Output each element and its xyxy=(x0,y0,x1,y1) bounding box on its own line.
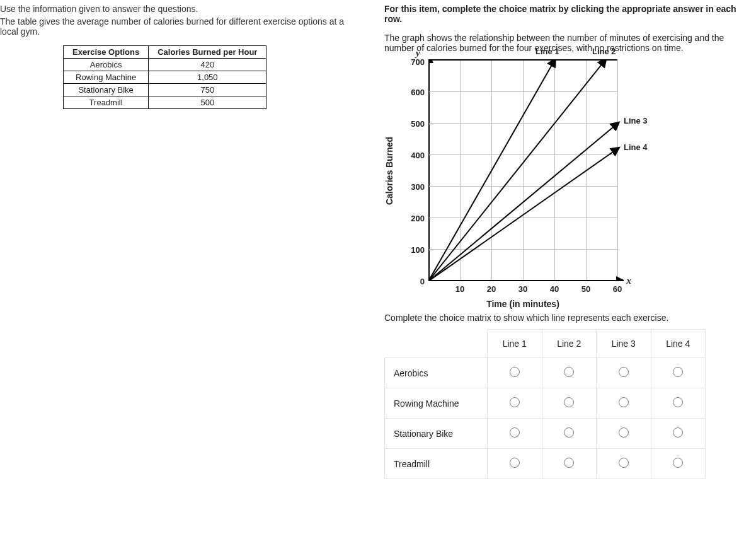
xtick: 20 xyxy=(487,284,496,294)
matrix-row-label: Stationary Bike xyxy=(385,419,488,449)
cell: 750 xyxy=(149,84,266,96)
radio-bike-line1[interactable] xyxy=(510,427,520,438)
y-axis-label: Calories Burned xyxy=(384,137,394,205)
matrix-header: Line 1 xyxy=(488,330,542,358)
instruction-text: For this item, complete the choice matri… xyxy=(384,4,756,24)
radio-aerobics-line4[interactable] xyxy=(673,367,683,377)
cell: 1,050 xyxy=(149,71,266,84)
line4-label: Line 4 xyxy=(624,142,648,152)
matrix-row-aerobics: Aerobics xyxy=(385,358,706,388)
svg-line-2 xyxy=(428,124,617,281)
radio-bike-line4[interactable] xyxy=(673,427,683,438)
svg-line-3 xyxy=(428,149,617,281)
radio-treadmill-line1[interactable] xyxy=(510,458,520,468)
ytick: 500 xyxy=(406,119,425,129)
sub-text: The table gives the average number of ca… xyxy=(0,16,359,37)
ytick: 200 xyxy=(406,214,425,223)
cell: Stationary Bike xyxy=(64,84,149,96)
matrix-row-rowing: Rowing Machine xyxy=(385,388,706,419)
radio-treadmill-line3[interactable] xyxy=(619,458,629,468)
ytick: 0 xyxy=(406,277,425,286)
right-column: For this item, complete the choice matri… xyxy=(384,4,756,479)
cell: 500 xyxy=(149,96,266,109)
cell: Aerobics xyxy=(64,59,149,71)
xtick: 30 xyxy=(518,284,527,294)
ytick: 100 xyxy=(406,245,425,255)
matrix-intro-text: Complete the choice matrix to show which… xyxy=(384,313,756,323)
ytick: 700 xyxy=(406,57,425,67)
matrix-row-label: Aerobics xyxy=(385,358,488,388)
intro-text: Use the information given to answer the … xyxy=(0,4,359,14)
cell: Rowing Machine xyxy=(64,71,149,84)
choice-matrix: Line 1 Line 2 Line 3 Line 4 Aerobics Row… xyxy=(384,329,706,479)
xtick: 40 xyxy=(550,284,559,294)
radio-bike-line3[interactable] xyxy=(619,427,629,438)
radio-aerobics-line3[interactable] xyxy=(619,367,629,377)
radio-rowing-line1[interactable] xyxy=(510,397,520,407)
radio-aerobics-line1[interactable] xyxy=(510,367,520,377)
line1-label: Line 1 xyxy=(536,47,559,56)
radio-aerobics-line2[interactable] xyxy=(564,367,574,377)
matrix-header: Line 2 xyxy=(542,330,597,358)
matrix-row-label: Rowing Machine xyxy=(385,388,488,419)
cell: 420 xyxy=(149,59,266,71)
th-calories: Calories Burned per Hour xyxy=(149,46,266,59)
left-column: Use the information given to answer the … xyxy=(0,4,359,479)
cell: Treadmill xyxy=(64,96,149,109)
x-axis-label: Time (in minutes) xyxy=(486,299,559,309)
matrix-header-blank xyxy=(385,330,488,358)
radio-bike-line2[interactable] xyxy=(564,427,574,438)
radio-rowing-line3[interactable] xyxy=(619,397,629,407)
line2-label: Line 2 xyxy=(592,47,616,56)
table-row: Stationary Bike 750 xyxy=(64,84,266,96)
matrix-row-bike: Stationary Bike xyxy=(385,419,706,449)
x-letter: x xyxy=(627,276,632,286)
line3-label: Line 3 xyxy=(624,116,648,125)
svg-line-1 xyxy=(428,61,605,281)
svg-line-0 xyxy=(428,61,554,281)
matrix-header: Line 4 xyxy=(651,330,706,358)
xtick: 10 xyxy=(455,284,464,294)
exercise-table: Exercise Options Calories Burned per Hou… xyxy=(63,45,266,109)
graph-intro-text: The graph shows the relationship between… xyxy=(384,33,756,53)
radio-rowing-line4[interactable] xyxy=(673,397,683,407)
chart: y x 0 100 200 300 xyxy=(428,59,756,281)
ytick: 300 xyxy=(406,182,425,192)
ytick: 600 xyxy=(406,88,425,97)
th-exercise: Exercise Options xyxy=(64,46,149,59)
matrix-row-label: Treadmill xyxy=(385,449,488,479)
table-row: Aerobics 420 xyxy=(64,59,266,71)
plot-area: y x 0 100 200 300 xyxy=(428,59,617,281)
table-row: Rowing Machine 1,050 xyxy=(64,71,266,84)
xtick: 60 xyxy=(613,284,622,294)
table-row: Treadmill 500 xyxy=(64,96,266,109)
radio-treadmill-line4[interactable] xyxy=(673,458,683,468)
radio-rowing-line2[interactable] xyxy=(564,397,574,407)
ytick: 400 xyxy=(406,151,425,160)
chart-lines xyxy=(428,61,624,281)
matrix-row-treadmill: Treadmill xyxy=(385,449,706,479)
radio-treadmill-line2[interactable] xyxy=(564,458,574,468)
matrix-header: Line 3 xyxy=(597,330,651,358)
xtick: 50 xyxy=(581,284,590,294)
